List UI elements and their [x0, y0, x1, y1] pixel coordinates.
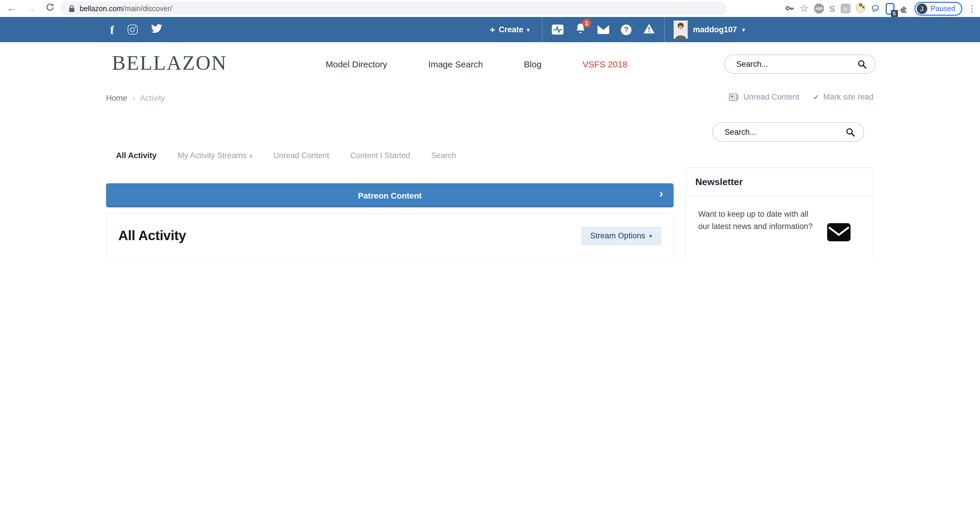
search-icon[interactable]	[858, 59, 867, 69]
create-label: Create	[499, 25, 523, 34]
username-label: maddog107	[693, 25, 737, 34]
tab-my-activity-streams[interactable]: My Activity Streams▾	[178, 151, 253, 160]
mark-site-read-label: Mark site read	[823, 92, 873, 101]
main-navbar: f + Create ▾ 1 ?	[0, 17, 980, 42]
check-icon: ✔	[813, 93, 819, 101]
nav-model-directory[interactable]: Model Directory	[326, 59, 387, 69]
extensions-puzzle-icon[interactable]	[899, 4, 909, 13]
newsletter-widget: Newsletter Want to keep up to date with …	[686, 168, 873, 258]
stream-options-button[interactable]: Stream Options ▾	[581, 226, 661, 245]
instagram-icon[interactable]	[127, 25, 137, 35]
search-icon[interactable]	[846, 127, 855, 137]
search-input[interactable]	[735, 59, 858, 69]
newsletter-text: Want to keep up to date with all our lat…	[698, 208, 813, 232]
notifications-bell-icon[interactable]: 1	[575, 23, 586, 36]
extension-with-badge-icon[interactable]: 5	[885, 3, 894, 14]
activity-search	[712, 122, 864, 142]
newsletter-title: Newsletter	[695, 177, 743, 187]
browser-menu-icon[interactable]: ⋮	[968, 3, 977, 14]
page: ← → bellazon.com/main/discover/ ☆ ABP S …	[0, 0, 980, 258]
user-menu[interactable]: maddog107 ▾	[674, 17, 745, 42]
patreon-banner-label: Patreon Content	[358, 191, 422, 200]
stream-options-label: Stream Options	[590, 231, 645, 240]
url-path: /main/discover/	[123, 5, 172, 13]
extension-badge: 5	[891, 10, 898, 17]
forward-icon[interactable]: →	[27, 2, 36, 14]
messages-envelope-icon[interactable]	[598, 25, 609, 34]
lock-icon	[68, 5, 75, 12]
s-extension-icon[interactable]: S	[829, 3, 835, 13]
user-avatar	[674, 21, 688, 39]
h-label: h	[844, 5, 847, 12]
password-key-icon[interactable]	[785, 4, 795, 13]
site-logo[interactable]: BELLAZON	[112, 53, 227, 73]
nav-image-search[interactable]: Image Search	[428, 59, 483, 69]
adblock-label: ABP	[815, 7, 822, 10]
tab-content-i-started[interactable]: Content I Started	[350, 151, 410, 160]
breadcrumb-current: Activity	[140, 94, 165, 103]
breadcrumb-home[interactable]: Home	[106, 94, 127, 103]
chevron-down-icon: ▾	[250, 154, 252, 159]
header-search	[724, 54, 876, 74]
divider	[687, 195, 873, 196]
tab-label: My Activity Streams	[178, 151, 247, 160]
patreon-banner[interactable]: Patreon Content ›	[106, 183, 674, 207]
newspaper-icon	[729, 93, 739, 101]
mark-site-read-link[interactable]: ✔ Mark site read	[813, 92, 873, 101]
url-host: bellazon.com	[80, 5, 123, 13]
honey-extension-icon[interactable]	[856, 4, 865, 13]
stream-header: All Activity Stream Options ▾	[106, 213, 674, 258]
chat-extension-icon[interactable]	[870, 3, 880, 13]
create-button[interactable]: + Create ▾	[490, 17, 530, 42]
facebook-icon[interactable]: f	[110, 24, 114, 35]
back-icon[interactable]: ←	[7, 2, 16, 14]
activity-stream-icon[interactable]	[552, 25, 563, 35]
plus-icon: +	[490, 24, 495, 35]
nav-blog[interactable]: Blog	[524, 59, 541, 69]
site-header: BELLAZON Model Directory Image Search Bl…	[0, 42, 980, 86]
newsletter-text-line1: Want to keep up to date with all	[698, 208, 813, 220]
breadcrumb: Home › Activity	[106, 94, 165, 103]
sync-paused-label: Paused	[931, 5, 955, 13]
chevron-down-icon: ▾	[649, 233, 652, 239]
tab-unread-content[interactable]: Unread Content	[273, 151, 329, 160]
adblock-extension-icon[interactable]: ABP	[814, 3, 824, 13]
h-extension-icon[interactable]: h	[840, 3, 850, 13]
moderation-warning-icon[interactable]	[643, 23, 655, 36]
unread-content-label: Unread Content	[743, 92, 799, 101]
browser-profile-button[interactable]: J Paused	[914, 2, 963, 16]
url-bar[interactable]: bellazon.com/main/discover/	[61, 2, 726, 15]
bookmark-star-icon[interactable]: ☆	[800, 2, 809, 15]
refresh-icon[interactable]	[46, 3, 54, 15]
tab-search[interactable]: Search	[431, 151, 456, 160]
activity-tabs: All Activity My Activity Streams▾ Unread…	[116, 151, 456, 160]
unread-content-link[interactable]: Unread Content	[729, 92, 799, 101]
divider	[664, 17, 665, 42]
profile-avatar: J	[916, 3, 927, 14]
notification-badge: 1	[582, 19, 591, 27]
twitter-icon[interactable]	[151, 24, 162, 35]
tab-all-activity[interactable]: All Activity	[116, 151, 157, 160]
chevron-right-icon: ›	[659, 187, 663, 200]
browser-toolbar: ← → bellazon.com/main/discover/ ☆ ABP S …	[0, 0, 980, 17]
newsletter-text-line2: our latest news and information?	[698, 220, 813, 232]
chevron-right-icon: ›	[132, 94, 135, 102]
nav-vsfs-2018[interactable]: VSFS 2018	[582, 59, 627, 69]
page-title: All Activity	[118, 228, 186, 244]
help-icon[interactable]: ?	[621, 24, 632, 35]
search-input[interactable]	[724, 127, 846, 137]
chevron-down-icon: ▾	[742, 27, 745, 32]
s-label: S	[829, 3, 835, 13]
chevron-down-icon: ▾	[527, 27, 530, 32]
divider	[542, 17, 542, 42]
envelope-icon	[827, 223, 851, 244]
